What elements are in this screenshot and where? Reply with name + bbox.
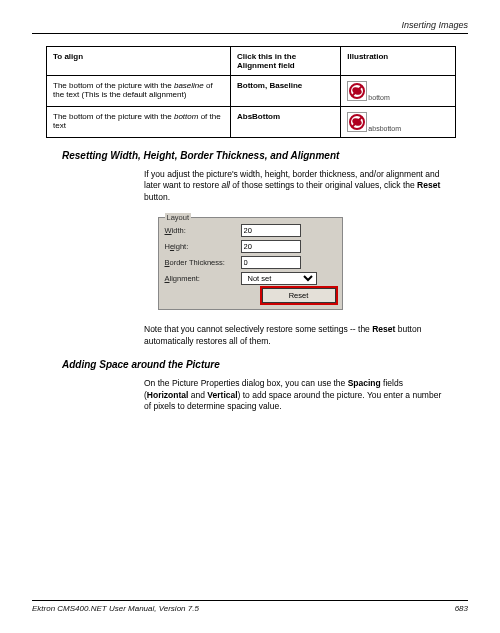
height-input[interactable]: [241, 240, 301, 253]
illus-label: absbottom: [368, 125, 401, 132]
alignment-select[interactable]: Not set: [241, 272, 317, 285]
width-input[interactable]: [241, 224, 301, 237]
page-footer: Ektron CMS400.NET User Manual, Version 7…: [32, 600, 468, 613]
border-input[interactable]: [241, 256, 301, 269]
header-section-title: Inserting Images: [32, 20, 468, 30]
table-header-toalign: To align: [47, 47, 231, 76]
para-reset-intro: If you adjust the picture's width, heigh…: [144, 169, 448, 203]
header-rule: [32, 33, 468, 34]
table-cell-field: Bottom, Baseline: [230, 76, 340, 107]
picture-icon: [347, 81, 367, 101]
heading-resetting: Resetting Width, Height, Border Thicknes…: [62, 150, 468, 161]
table-cell-field: AbsBottom: [230, 107, 340, 138]
table-header-illustration: Illustration: [341, 47, 455, 76]
dialog-legend: Layout: [165, 213, 192, 222]
alignment-table: To align Click this in the Alignment fie…: [46, 46, 456, 138]
width-label: Width:: [165, 226, 241, 235]
table-cell-illus: absbottom: [341, 107, 455, 138]
footer-page-number: 683: [455, 604, 468, 613]
layout-dialog: Layout Width: Height: Border Thickness: …: [158, 217, 343, 310]
para-spacing: On the Picture Properties dialog box, yo…: [144, 378, 448, 412]
table-row: The bottom of the picture with the botto…: [47, 107, 456, 138]
illus-label: bottom: [368, 94, 389, 101]
table-cell-illus: bottom: [341, 76, 455, 107]
para-reset-note: Note that you cannot selectively restore…: [144, 324, 448, 347]
height-label: Height:: [165, 242, 241, 251]
footer-rule: [32, 600, 468, 601]
heading-spacing: Adding Space around the Picture: [62, 359, 468, 370]
table-cell-desc: The bottom of the picture with the botto…: [47, 107, 231, 138]
alignment-label: Alignment:: [165, 274, 241, 283]
footer-manual-title: Ektron CMS400.NET User Manual, Version 7…: [32, 604, 199, 613]
table-header-field: Click this in the Alignment field: [230, 47, 340, 76]
border-label: Border Thickness:: [165, 258, 241, 267]
reset-button[interactable]: Reset: [262, 288, 336, 303]
table-row: The bottom of the picture with the basel…: [47, 76, 456, 107]
picture-icon: [347, 112, 367, 132]
table-cell-desc: The bottom of the picture with the basel…: [47, 76, 231, 107]
